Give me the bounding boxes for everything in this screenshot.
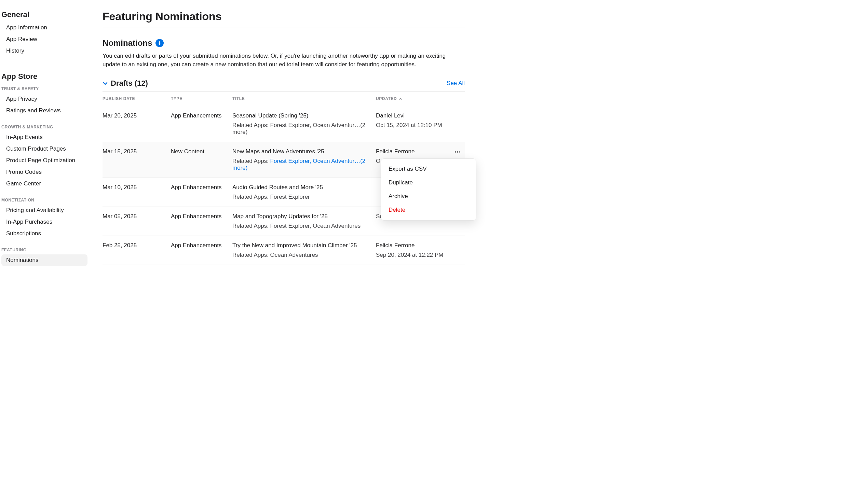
sidebar: General App Information App Review Histo… <box>0 0 89 279</box>
dropdown-item-archive[interactable]: Archive <box>381 190 476 203</box>
row-more-button[interactable] <box>452 147 463 157</box>
sidebar-item-custom-product-pages[interactable]: Custom Product Pages <box>1 143 87 155</box>
nominations-section-header: Nominations <box>103 38 465 48</box>
updated-by: Felicia Ferrone <box>376 148 465 155</box>
sidebar-item-subscriptions[interactable]: Subscriptions <box>1 228 87 239</box>
nominations-heading: Nominations <box>103 38 152 48</box>
sidebar-item-promo-codes[interactable]: Promo Codes <box>1 166 87 178</box>
sidebar-item-app-privacy[interactable]: App Privacy <box>1 93 87 105</box>
cell-publish-date: Mar 20, 2025 <box>103 112 171 136</box>
row-related-apps: Related Apps: Forest Explorer, Ocean Adv… <box>232 158 376 171</box>
col-updated-label: UPDATED <box>376 96 397 101</box>
cell-title: Try the New and Improved Mountain Climbe… <box>232 242 376 258</box>
table-row[interactable]: Mar 20, 2025App EnhancementsSeasonal Upd… <box>103 106 465 142</box>
cell-title: Seasonal Update (Spring '25)Related Apps… <box>232 112 376 136</box>
add-nomination-button[interactable] <box>155 39 164 47</box>
nominations-description: You can edit drafts or parts of your sub… <box>103 52 465 69</box>
row-dropdown: Export as CSVDuplicateArchiveDelete <box>381 158 476 221</box>
related-apps-label: Related Apps: <box>232 194 270 200</box>
related-apps-value: Forest Explorer <box>270 194 310 200</box>
row-title: Try the New and Improved Mountain Climbe… <box>232 242 376 249</box>
col-publish-date[interactable]: PUBLISH DATE <box>103 96 171 101</box>
updated-at: Sep 20, 2024 at 12:22 PM <box>376 252 465 258</box>
cell-type: App Enhancements <box>171 112 232 136</box>
sidebar-subheader-trust-safety: TRUST & SAFETY <box>0 84 89 93</box>
cell-publish-date: Mar 15, 2025 <box>103 148 171 171</box>
cell-type: App Enhancements <box>171 213 232 229</box>
related-apps-label: Related Apps: <box>232 252 270 258</box>
sidebar-item-product-page-optimization[interactable]: Product Page Optimization <box>1 155 87 166</box>
table-row[interactable]: Mar 15, 2025New ContentNew Maps and New … <box>103 142 465 178</box>
row-title: Seasonal Update (Spring '25) <box>232 112 376 119</box>
cell-updated: Felicia FerroneSep 20, 2024 at 12:22 PM <box>376 242 465 258</box>
cell-publish-date: Mar 05, 2025 <box>103 213 171 229</box>
updated-by: Daniel Levi <box>376 112 465 119</box>
cell-publish-date: Feb 25, 2025 <box>103 242 171 258</box>
drafts-table: PUBLISH DATE TYPE TITLE UPDATED Mar 20, … <box>103 91 465 265</box>
row-title: Map and Topography Updates for '25 <box>232 213 376 220</box>
cell-updated: Daniel LeviOct 15, 2024 at 12:10 PM <box>376 112 465 136</box>
see-all-link[interactable]: See All <box>447 80 465 87</box>
cell-publish-date: Mar 10, 2025 <box>103 184 171 200</box>
page-title: Featuring Nominations <box>103 10 465 28</box>
sidebar-item-in-app-purchases[interactable]: In-App Purchases <box>1 216 87 228</box>
sidebar-section-appstore: App Store <box>0 72 89 84</box>
drafts-header: Drafts (12) See All <box>103 79 465 91</box>
sort-asc-icon <box>399 97 402 100</box>
main-content: Featuring Nominations Nominations You ca… <box>89 0 478 279</box>
sidebar-item-history[interactable]: History <box>1 45 87 57</box>
col-updated[interactable]: UPDATED <box>376 96 465 101</box>
drafts-heading[interactable]: Drafts (12) <box>111 79 148 88</box>
cell-type: New Content <box>171 148 232 171</box>
table-row[interactable]: Feb 25, 2025App EnhancementsTry the New … <box>103 236 465 265</box>
col-type[interactable]: TYPE <box>171 96 232 101</box>
sidebar-item-nominations[interactable]: Nominations <box>1 254 87 266</box>
svg-point-4 <box>459 151 461 153</box>
sidebar-subheader-monetization: MONETIZATION <box>0 195 89 205</box>
cell-title: Map and Topography Updates for '25Relate… <box>232 213 376 229</box>
related-apps-label: Related Apps: <box>232 122 270 128</box>
row-related-apps: Related Apps: Forest Explorer <box>232 194 376 200</box>
related-apps-label: Related Apps: <box>232 158 270 164</box>
related-apps-value: Ocean Adventures <box>270 252 318 258</box>
sidebar-item-app-information[interactable]: App Information <box>1 22 87 33</box>
dropdown-item-export[interactable]: Export as CSV <box>381 162 476 176</box>
chevron-down-icon[interactable] <box>103 81 108 86</box>
table-header: PUBLISH DATE TYPE TITLE UPDATED <box>103 92 465 106</box>
row-related-apps: Related Apps: Forest Explorer, Ocean Adv… <box>232 122 376 136</box>
row-related-apps: Related Apps: Ocean Adventures <box>232 252 376 258</box>
cell-type: App Enhancements <box>171 242 232 258</box>
row-actions: Export as CSVDuplicateArchiveDelete <box>452 147 463 157</box>
sidebar-item-ratings-reviews[interactable]: Ratings and Reviews <box>1 105 87 116</box>
sidebar-item-app-review[interactable]: App Review <box>1 33 87 45</box>
row-related-apps: Related Apps: Forest Explorer, Ocean Adv… <box>232 223 376 229</box>
sidebar-item-pricing-availability[interactable]: Pricing and Availability <box>1 205 87 216</box>
sidebar-section-general: General <box>0 10 89 22</box>
row-title: New Maps and New Adventures '25 <box>232 148 376 155</box>
svg-point-3 <box>457 151 458 153</box>
col-title[interactable]: TITLE <box>232 96 376 101</box>
related-apps-label: Related Apps: <box>232 223 270 229</box>
related-apps-value: Forest Explorer, Ocean Adventures <box>270 223 361 229</box>
updated-by: Felicia Ferrone <box>376 242 465 249</box>
dropdown-item-duplicate[interactable]: Duplicate <box>381 176 476 190</box>
cell-title: Audio Guided Routes and More '25Related … <box>232 184 376 200</box>
dropdown-item-delete[interactable]: Delete <box>381 203 476 217</box>
sidebar-subheader-featuring: FEATURING <box>0 245 89 254</box>
more-icon <box>454 148 461 156</box>
row-title: Audio Guided Routes and More '25 <box>232 184 376 191</box>
sidebar-item-in-app-events[interactable]: In-App Events <box>1 131 87 143</box>
cell-title: New Maps and New Adventures '25Related A… <box>232 148 376 171</box>
plus-icon <box>157 41 162 45</box>
sidebar-item-game-center[interactable]: Game Center <box>1 178 87 190</box>
sidebar-divider <box>1 65 87 65</box>
cell-type: App Enhancements <box>171 184 232 200</box>
svg-point-2 <box>455 151 456 153</box>
sidebar-subheader-growth-marketing: GROWTH & MARKETING <box>0 122 89 131</box>
updated-at: Oct 15, 2024 at 12:10 PM <box>376 122 465 129</box>
